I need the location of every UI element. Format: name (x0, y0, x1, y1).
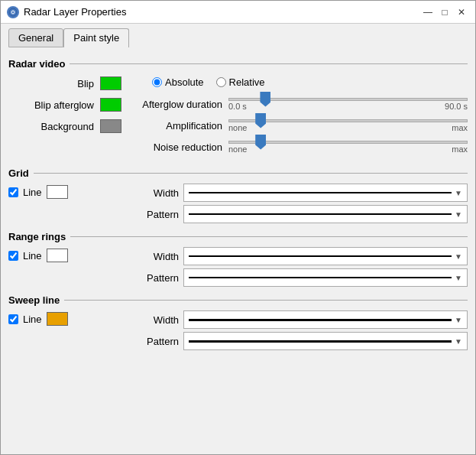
amplification-slider-track[interactable] (228, 119, 468, 122)
sweep-line-content: Line Width ▼ P (8, 310, 468, 350)
grid-right: Width ▼ Pattern (137, 184, 468, 223)
blip-afterglow-label: Blip afterglow (8, 99, 100, 111)
grid-header: Grid (8, 167, 468, 179)
tab-paint-style[interactable]: Paint style (63, 28, 129, 47)
range-rings-width-dropdown[interactable]: ▼ (183, 247, 468, 265)
sweep-line-width-label: Width (137, 314, 179, 326)
afterglow-slider-container: 0.0 s 90.0 s (228, 98, 468, 111)
grid-width-dropdown[interactable]: ▼ (183, 184, 468, 202)
radar-video-section: Radar video Blip Absolute Relative (8, 52, 468, 160)
sweep-line-checkbox-line: Line (8, 312, 68, 326)
amplification-slider-row: Amplification none max (129, 119, 468, 132)
sweep-line-color-box[interactable] (47, 312, 68, 326)
noise-slider-track-wrap (228, 141, 468, 144)
sweep-line-width-line (189, 319, 452, 321)
afterglow-slider-track-wrap (228, 98, 468, 101)
range-rings-header: Range rings (8, 231, 468, 242)
svg-point-0 (9, 8, 17, 16)
grid-checkbox-line: Line (8, 185, 68, 199)
grid-pattern-label: Pattern (137, 209, 179, 220)
slider-section: Absolute Relative (121, 76, 468, 91)
range-rings-checkbox[interactable] (8, 251, 18, 261)
radar-video-header: Radar video (8, 58, 468, 70)
sweep-line-width-arrow: ▼ (455, 316, 462, 324)
background-label: Background (8, 121, 100, 132)
sweep-line-right: Width ▼ Pattern (137, 310, 468, 350)
minimize-button[interactable]: — (420, 5, 436, 20)
range-rings-pattern-row: Pattern ▼ (137, 268, 468, 287)
range-rings-pattern-dropdown[interactable]: ▼ (183, 268, 468, 287)
blip-color-box[interactable] (100, 76, 121, 90)
range-rings-right: Width ▼ Pattern (137, 247, 468, 287)
sweep-line-width-line-inner (189, 319, 452, 321)
sweep-line-width-dropdown[interactable]: ▼ (183, 310, 468, 329)
range-rings-pattern-line (189, 277, 452, 278)
range-rings-pattern-arrow: ▼ (455, 274, 462, 282)
content-area: General Paint style Radar video Blip (1, 24, 475, 454)
range-rings-width-arrow: ▼ (455, 252, 462, 261)
afterglow-slider-section: Afterglow duration 0.0 s 90.0 s (121, 98, 468, 112)
grid-checkbox[interactable] (8, 187, 18, 197)
noise-slider-track[interactable] (228, 141, 468, 144)
grid-line-label: Line (23, 187, 42, 198)
amplification-slider-track-wrap (228, 119, 468, 122)
sweep-line-pattern-line (189, 340, 452, 343)
sweep-line-pattern-line-inner (189, 340, 452, 343)
sweep-line-left: Line (8, 310, 131, 326)
sweep-line-pattern-dropdown[interactable]: ▼ (183, 332, 468, 350)
radio-group: Absolute Relative (129, 76, 468, 88)
sweep-line-pattern-arrow: ▼ (455, 337, 462, 346)
range-rings-pattern-line-inner (189, 277, 452, 278)
grid-pattern-line-inner (189, 213, 452, 215)
noise-reduction-label: Noise reduction (129, 141, 228, 153)
grid-section: Grid Line Width (8, 161, 468, 223)
sweep-line-checkbox[interactable] (8, 314, 18, 324)
sweep-line-label: Line (23, 314, 42, 325)
grid-content: Line Width ▼ P (8, 184, 468, 223)
noise-slider-section: Noise reduction none max (121, 141, 468, 155)
blip-label: Blip (8, 78, 100, 89)
range-rings-line-label: Line (23, 250, 42, 262)
main-window: Radar Layer Properties — □ ✕ General Pai… (0, 0, 476, 455)
grid-width-line (189, 192, 452, 193)
background-color-box[interactable] (100, 119, 121, 133)
background-row: Background Amplification none (8, 117, 468, 135)
sweep-line-section: Sweep line Line Width (8, 288, 468, 350)
range-rings-width-row: Width ▼ (137, 247, 468, 265)
grid-width-arrow: ▼ (455, 189, 462, 197)
blip-afterglow-color-box[interactable] (100, 98, 121, 112)
grid-pattern-dropdown[interactable]: ▼ (183, 205, 468, 223)
grid-pattern-arrow: ▼ (455, 210, 462, 219)
radio-relative[interactable]: Relative (216, 76, 265, 88)
window-controls: — □ ✕ (420, 5, 469, 20)
range-rings-content: Line Width ▼ P (8, 247, 468, 287)
afterglow-slider-track[interactable] (228, 98, 468, 101)
grid-color-box[interactable] (47, 185, 68, 199)
amplification-label: Amplification (129, 120, 228, 132)
grid-pattern-row: Pattern ▼ (137, 205, 468, 223)
close-button[interactable]: ✕ (454, 5, 469, 20)
sweep-line-pattern-label: Pattern (137, 336, 179, 347)
sweep-line-pattern-row: Pattern ▼ (137, 332, 468, 350)
noise-reduction-row: Noise reduction none max (8, 138, 468, 157)
range-rings-section: Range rings Line Width (8, 225, 468, 287)
radio-absolute[interactable]: Absolute (152, 76, 204, 88)
tab-general[interactable]: General (8, 28, 63, 47)
maximize-button[interactable]: □ (437, 5, 452, 20)
noise-slider-row: Noise reduction none max (129, 141, 468, 154)
grid-width-row: Width ▼ (137, 184, 468, 202)
range-rings-left: Line (8, 247, 131, 262)
grid-pattern-line (189, 213, 452, 215)
amplification-slider-section: Amplification none max (121, 119, 468, 134)
window-title: Radar Layer Properties (24, 6, 420, 18)
tab-bar: General Paint style (8, 28, 468, 47)
amplification-slider-container: none max (228, 119, 468, 132)
range-rings-width-label: Width (137, 251, 179, 262)
noise-slider-container: none max (228, 141, 468, 154)
range-rings-checkbox-line: Line (8, 249, 68, 262)
sweep-line-header: Sweep line (8, 294, 468, 306)
range-rings-color-box[interactable] (47, 249, 68, 262)
window-icon (7, 6, 19, 18)
title-bar: Radar Layer Properties — □ ✕ (1, 1, 475, 24)
afterglow-duration-label: Afterglow duration (129, 99, 228, 110)
